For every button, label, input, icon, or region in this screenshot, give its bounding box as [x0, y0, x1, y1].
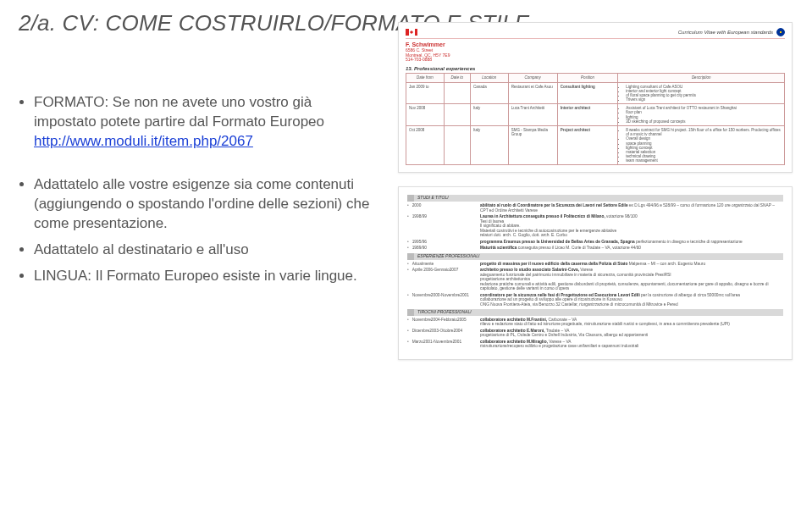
cv1-header-label: Curriculum Vitae with European standards [678, 30, 773, 36]
cv2-row: Marzo2001-Novembre2001collaboratore arch… [407, 340, 783, 349]
cv2-row: Dicembre2003-Ottobre2004collaboratore ar… [407, 329, 783, 338]
th-position: Position [557, 74, 618, 82]
cv1-cell: Restaurant et Cafe Asou [508, 82, 557, 104]
cv2-row: Novembre2004-Febbraio2005collaboratore a… [407, 318, 783, 327]
slide-body: FORMATO: Se non ne avete uno vostro già … [19, 93, 374, 293]
cv1-cell: Italy [470, 125, 508, 164]
cv2-section-bar: ESPERIENZE PROFESSIONALI [407, 253, 783, 260]
cv1-cell: Interior architect [557, 104, 618, 126]
th-description: Description [618, 74, 785, 82]
cv2-row: 1998/99Laurea in Architettura conseguita… [407, 214, 783, 238]
cv1-name: F. Schwimmer [406, 41, 785, 48]
cv2-section-bar: TIROCINI PROFESSIONALI [407, 309, 783, 316]
cv-sample-italian: STUDI E TITOLI2000abilitato al ruolo di … [398, 186, 793, 360]
bullet-lingua: LINGUA: Il Formato Europeo esiste in var… [34, 267, 374, 286]
cv1-desc: 8 weeks contract for SMG hi project. 15t… [618, 125, 785, 164]
cv2-row: 1989/90Maturità scientifica conseguita p… [407, 246, 783, 251]
bullet-formato-text: FORMATO: Se non ne avete uno vostro già … [34, 94, 324, 130]
cv2-section-bar: STUDI E TITOLI [407, 195, 783, 202]
cv1-cell: Project architect [557, 125, 618, 164]
th-date-from: Date from [406, 74, 445, 82]
cv1-cell: Consultant lighting [557, 82, 618, 104]
bullet-adattatelo-destinatario: Adattatelo al destinatario e all'uso [34, 241, 374, 260]
formato-europeo-link[interactable]: http://www.moduli.it/item.php/2067 [34, 133, 253, 149]
bullet-adattatelo-contenuti: Adattatelo alle vostre esigenze sia come… [34, 175, 374, 234]
cv1-cell [444, 125, 470, 164]
cv1-desc: Assistant of Luca Trani architect for OT… [618, 104, 785, 126]
cv1-experience-table: Date from Date to Location Company Posit… [406, 73, 785, 165]
cv2-row: 1995/96programma Erasmus presso la Unive… [407, 240, 783, 245]
cv1-cell: Canada [470, 82, 508, 104]
cv1-addr3: 514-703-0888 [406, 58, 785, 63]
cv2-row: Aprile 2006-Gennaio2007architetto presso… [407, 268, 783, 291]
cv1-cell: Jan 2009 to [406, 82, 445, 104]
cv1-cell: Oct 2008 [406, 125, 445, 164]
cv2-row: Novembre2000-Novembre2001coordinatore pe… [407, 293, 783, 307]
cv-sample-european: Curriculum Vitae with European standards… [398, 22, 793, 173]
bullet-formato: FORMATO: Se non ne avete uno vostro già … [34, 93, 374, 152]
cv1-cell: Luca Trani Architetti [508, 104, 557, 126]
th-date-to: Date to [444, 74, 470, 82]
cv1-cell [444, 104, 470, 126]
cv2-row: 2000abilitato al ruolo di Coordinatore p… [407, 203, 783, 213]
cv1-cell [444, 82, 470, 104]
cv1-cell: SMG - Stampa Media Group [508, 125, 557, 164]
cv-thumbnails: Curriculum Vitae with European standards… [398, 22, 796, 373]
cv1-desc: Lighting consultant of Cafe ASOUinterior… [618, 82, 785, 104]
th-company: Company [508, 74, 557, 82]
cv1-cell: Italy [470, 104, 508, 126]
cv1-section-title: 13. Professional experiences [406, 66, 785, 72]
cv1-cell: Nov 2008 [406, 104, 445, 126]
canada-flag-icon [406, 29, 417, 36]
eu-flag-icon [776, 28, 785, 36]
cv2-row: Attualmenteprogetto di massima per il nu… [407, 262, 783, 267]
th-location: Location [470, 74, 508, 82]
